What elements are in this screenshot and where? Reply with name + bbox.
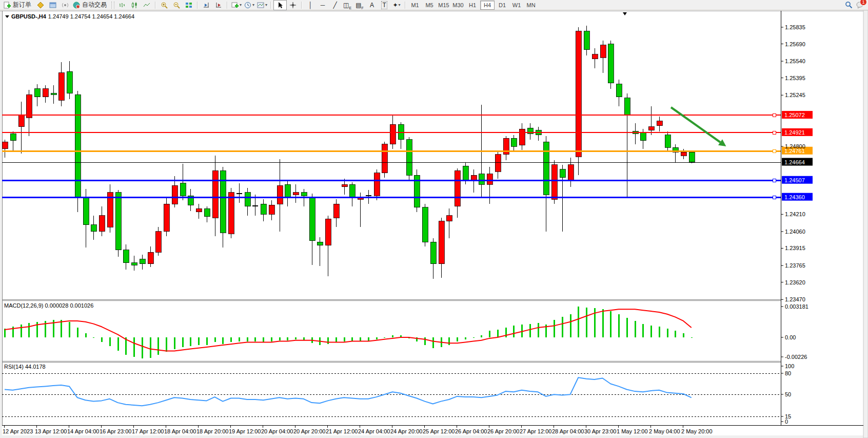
rsi-axis-label: 0 xyxy=(785,418,788,425)
macd-axis-label: 0.00 xyxy=(785,334,796,340)
candlestick-chart-button[interactable] xyxy=(128,1,141,10)
hline-icon: ─ xyxy=(321,2,325,9)
dropdown-caret-icon: ▾ xyxy=(265,3,267,7)
text-label-button[interactable]: T xyxy=(378,1,390,10)
metaeditor-icon xyxy=(36,1,45,9)
crosshair-button[interactable] xyxy=(287,1,299,10)
cursor-button[interactable] xyxy=(273,0,287,10)
notifications-button[interactable]: 1 xyxy=(856,1,864,9)
templates-button[interactable]: ▾ xyxy=(255,1,268,10)
line-handle[interactable] xyxy=(773,196,776,199)
zoom-out-icon xyxy=(172,1,181,9)
auto-scroll-button[interactable] xyxy=(200,1,212,10)
shapes-button[interactable]: ✦▾ xyxy=(390,1,403,10)
tf-m1-button[interactable]: M1 xyxy=(408,1,422,9)
line-handle[interactable] xyxy=(773,113,776,117)
indicators-button[interactable]: ▾ xyxy=(230,1,243,10)
line-handle[interactable] xyxy=(773,179,776,182)
channel-sub-label: E xyxy=(349,6,351,10)
time-tick-label: 2 May 04:00 xyxy=(649,428,680,434)
price-badge-label: 1.24921 xyxy=(784,129,805,136)
price-tick-label: 1.25540 xyxy=(785,58,805,64)
price-tick-label: 1.23765 xyxy=(785,262,805,269)
time-tick-label: 12 Apr 2023 xyxy=(3,428,33,434)
toolbar-separator xyxy=(405,2,406,9)
horizontal-line-button[interactable]: ─ xyxy=(317,1,329,10)
time-tick-label: 24 Apr 04:00 xyxy=(358,428,390,434)
autotrading-button[interactable]: 自动交易 xyxy=(71,1,110,10)
shapes-icon: ✦ xyxy=(393,2,398,9)
trendline-button[interactable]: ╱ xyxy=(329,1,341,10)
bar-chart-icon xyxy=(118,1,126,9)
time-tick-label: 18 Apr 20:00 xyxy=(196,428,228,434)
new-order-button[interactable]: 新订单 xyxy=(2,1,34,10)
mt4-window: 新订单 自动交易 xyxy=(0,0,868,438)
rsi-axis-label: 100 xyxy=(785,363,794,369)
rsi-axis-label: 50 xyxy=(785,391,791,397)
macd-axis-label: -0.00226 xyxy=(785,354,807,360)
crosshair-icon xyxy=(289,1,297,9)
time-tick-label: 20 Apr 20:00 xyxy=(293,428,325,434)
price-tick-label: 1.25835 xyxy=(785,24,805,30)
channel-button[interactable]: ◫E xyxy=(341,1,353,10)
time-tick-label: 24 Apr 20:00 xyxy=(390,428,422,434)
chart-shift-button[interactable] xyxy=(212,1,225,10)
autotrading-icon xyxy=(72,1,81,9)
tf-h1-button[interactable]: H1 xyxy=(466,1,479,9)
fibonacci-button[interactable]: ▤F xyxy=(353,1,366,10)
tile-windows-button[interactable] xyxy=(183,1,195,10)
time-tick-label: 16 Apr 23:00 xyxy=(100,428,131,434)
time-tick-label: 25 Apr 12:00 xyxy=(423,428,455,434)
tf-d1-button[interactable]: D1 xyxy=(496,1,509,9)
price-tick-label: 1.24060 xyxy=(785,228,805,235)
chart-canvas[interactable]: 1.258351.256901.255401.253951.252451.248… xyxy=(0,0,868,438)
tile-windows-icon xyxy=(185,1,193,9)
symbol-period-label: GBPUSD-,H4 xyxy=(11,13,46,20)
cursor-icon xyxy=(276,1,284,9)
periods-button[interactable]: ▾ xyxy=(243,1,255,10)
new-order-label: 新订单 xyxy=(13,1,31,9)
metaeditor-button[interactable] xyxy=(34,1,47,10)
bar-chart-button[interactable] xyxy=(116,1,128,10)
time-tick-label: 14 Apr 04:00 xyxy=(67,428,99,434)
zoom-in-icon xyxy=(160,1,168,9)
zoom-in-button[interactable] xyxy=(158,1,170,10)
vertical-line-button[interactable]: │ xyxy=(304,1,317,10)
tf-w1-button[interactable]: W1 xyxy=(510,1,523,9)
time-tick-label: 19 Apr 12:00 xyxy=(229,428,261,434)
toolbar-right-tools: 1 xyxy=(844,1,868,9)
time-tick-label: 27 Apr 12:00 xyxy=(520,428,551,434)
line-chart-button[interactable] xyxy=(141,1,153,10)
fibonacci-icon: ▤ xyxy=(356,2,361,9)
market-watch-button[interactable] xyxy=(47,1,59,10)
signals-button[interactable] xyxy=(59,1,71,10)
line-handle[interactable] xyxy=(773,131,776,134)
zoom-out-button[interactable] xyxy=(170,1,183,10)
collapse-triangle-icon[interactable] xyxy=(5,15,9,18)
search-icon[interactable] xyxy=(844,1,853,9)
time-tick-label: 28 Apr 04:00 xyxy=(552,428,584,434)
chart-bg xyxy=(2,11,863,435)
text-button[interactable]: A xyxy=(366,1,378,10)
clock-icon xyxy=(244,1,252,9)
market-watch-icon xyxy=(49,1,57,9)
autotrading-label: 自动交易 xyxy=(82,1,107,9)
line-handle[interactable] xyxy=(773,149,776,153)
channel-icon: ◫ xyxy=(343,2,349,9)
tf-h4-button[interactable]: H4 xyxy=(480,1,495,10)
price-tick-label: 1.25690 xyxy=(785,41,805,47)
line-chart-icon xyxy=(143,1,151,9)
time-tick-label: 26 Apr 04:00 xyxy=(455,428,487,434)
tf-mn-button[interactable]: MN xyxy=(524,1,538,9)
rsi-axis-label: 80 xyxy=(785,370,791,376)
time-tick-label: 26 Apr 20:00 xyxy=(487,428,519,434)
trendline-icon: ╱ xyxy=(333,2,337,9)
tf-m30-button[interactable]: M30 xyxy=(451,1,465,9)
tf-m5-button[interactable]: M5 xyxy=(423,1,436,9)
text-icon: A xyxy=(370,2,374,9)
price-badge-label: 1.24761 xyxy=(784,148,805,154)
tf-m15-button[interactable]: M15 xyxy=(437,1,450,9)
macd-axis-label: 0.003181 xyxy=(785,303,808,310)
time-tick-label: 17 Apr 12:00 xyxy=(132,428,164,434)
dropdown-caret-icon: ▾ xyxy=(252,3,254,7)
